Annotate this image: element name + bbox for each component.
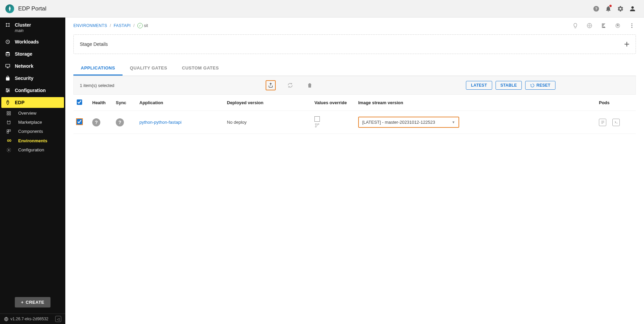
breadcrumb-environments[interactable]: ENVIRONMENTS [73, 23, 107, 28]
col-image-stream-version: Image stream version [355, 95, 596, 111]
svg-point-27 [632, 25, 633, 26]
svg-point-8 [6, 52, 10, 53]
svg-point-26 [632, 23, 633, 24]
app-logo [5, 4, 14, 13]
deployed-version-cell: No deploy [224, 111, 311, 134]
main-content: ENVIRONMENTS / FASTAPI / ✓ sit Stage Det… [65, 18, 644, 324]
argo-icon[interactable] [585, 22, 594, 30]
marketplace-icon [6, 120, 11, 125]
breadcrumb-sep: / [110, 23, 111, 28]
account-icon[interactable] [626, 3, 639, 15]
deploy-icon[interactable] [266, 80, 276, 90]
sidebar-item-network[interactable]: Network [0, 60, 65, 72]
version-text: v1.26.7-eks-2d98532 [10, 317, 48, 321]
svg-rect-20 [7, 131, 9, 133]
sidebar-label: Workloads [15, 39, 39, 45]
sidebar-sub-environments[interactable]: Environments [0, 136, 65, 145]
sidebar-item-storage[interactable]: Storage [0, 48, 65, 60]
svg-rect-16 [7, 114, 8, 115]
overview-icon [6, 111, 11, 116]
sidebar-label: Storage [15, 51, 32, 57]
col-deployed-version: Deployed version [224, 95, 311, 111]
tab-applications[interactable]: APPLICATIONS [73, 61, 123, 76]
sidebar-label: Configuration [15, 88, 46, 93]
terminal-icon[interactable] [612, 119, 620, 126]
sidebar-item-edp[interactable]: EDP [1, 97, 64, 108]
reset-button[interactable]: RESET [525, 81, 555, 90]
svg-point-28 [632, 27, 633, 28]
tab-quality-gates[interactable]: QUALITY GATES [123, 61, 175, 76]
caret-down-icon: ▼ [452, 120, 455, 124]
help-icon[interactable]: ? [590, 3, 602, 15]
expand-stage-details-icon[interactable]: + [624, 39, 630, 49]
app-title: EDP Portal [18, 5, 590, 12]
sidebar-label: Network [15, 63, 33, 69]
components-icon [6, 129, 11, 134]
svg-text:?: ? [595, 6, 597, 11]
sidebar-sub-configuration[interactable]: Configuration [0, 145, 65, 154]
stage-details-panel: Stage Details + [73, 34, 636, 54]
reset-arrow-icon [530, 83, 535, 88]
sync-unknown-icon: ? [116, 118, 124, 126]
network-icon [5, 63, 11, 69]
sidebar-label: Security [15, 76, 33, 81]
selection-toolbar: 1 item(s) selected LATEST STABLE RESET [73, 76, 636, 95]
svg-rect-17 [9, 114, 10, 115]
sidebar-sub-label: Marketplace [18, 120, 42, 125]
branch-icon[interactable] [314, 123, 351, 128]
logs-icon[interactable] [599, 119, 606, 126]
svg-rect-9 [6, 64, 10, 67]
create-button[interactable]: + CREATE [15, 297, 50, 307]
svg-point-29 [315, 123, 316, 124]
reset-label: RESET [536, 83, 550, 88]
notifications-icon[interactable] [602, 3, 614, 15]
sidebar-cluster-sub: main [0, 28, 65, 33]
rocket-icon [5, 100, 11, 105]
col-health: Health [89, 95, 112, 111]
svg-point-0 [9, 7, 10, 8]
sidebar-sub-label: Configuration [18, 147, 44, 152]
plus-icon: + [21, 300, 24, 305]
collapse-sidebar-icon[interactable]: ◁ [55, 316, 61, 322]
storage-icon [5, 51, 11, 57]
select-value: [LATEST] - master-20231012-122523 [362, 120, 435, 125]
svg-point-13 [7, 101, 8, 102]
image-stream-version-select[interactable]: [LATEST] - master-20231012-122523 ▼ [358, 117, 459, 128]
sidebar-sub-components[interactable]: Components [0, 127, 65, 136]
breadcrumb-sep: / [133, 23, 134, 28]
lock-icon [5, 76, 11, 81]
breadcrumb-current: ✓ sit [137, 23, 148, 28]
row-checkbox[interactable] [77, 119, 82, 124]
kibana-icon[interactable] [600, 22, 608, 30]
sidebar-sub-overview[interactable]: Overview [0, 109, 65, 118]
sidebar-sub-label: Components [18, 129, 43, 134]
settings-icon[interactable] [614, 3, 626, 15]
sidebar-item-cluster[interactable]: Cluster [0, 18, 65, 29]
values-override-checkbox[interactable] [314, 116, 320, 122]
lightbulb-icon[interactable] [571, 22, 579, 30]
more-menu-icon[interactable] [628, 22, 636, 30]
application-link[interactable]: python-python-fastapi [139, 120, 181, 125]
tab-custom-gates[interactable]: CUSTOM GATES [175, 61, 227, 76]
gear-icon [6, 148, 11, 152]
globe-icon [4, 317, 8, 321]
sidebar-sub-marketplace[interactable]: Marketplace [0, 118, 65, 127]
breadcrumb: ENVIRONMENTS / FASTAPI / ✓ sit [73, 22, 636, 30]
sidebar-footer: v1.26.7-eks-2d98532 ◁ [0, 314, 65, 324]
latest-button[interactable]: LATEST [466, 81, 492, 90]
health-unknown-icon: ? [92, 118, 100, 126]
sidebar-item-configuration[interactable]: Configuration [0, 84, 65, 96]
grafana-icon[interactable] [614, 22, 622, 30]
stable-button[interactable]: STABLE [496, 81, 522, 90]
sidebar-item-security[interactable]: Security [0, 72, 65, 84]
sidebar-item-workloads[interactable]: Workloads [0, 36, 65, 48]
select-all-checkbox[interactable] [77, 99, 82, 105]
svg-rect-19 [9, 129, 11, 131]
svg-rect-14 [7, 111, 8, 113]
sync-icon[interactable] [285, 80, 295, 90]
workloads-icon [5, 39, 11, 45]
breadcrumb-project[interactable]: FASTAPI [114, 23, 131, 28]
delete-icon[interactable] [305, 80, 315, 90]
selection-count-text: 1 item(s) selected [80, 83, 114, 88]
page-actions [571, 22, 636, 30]
